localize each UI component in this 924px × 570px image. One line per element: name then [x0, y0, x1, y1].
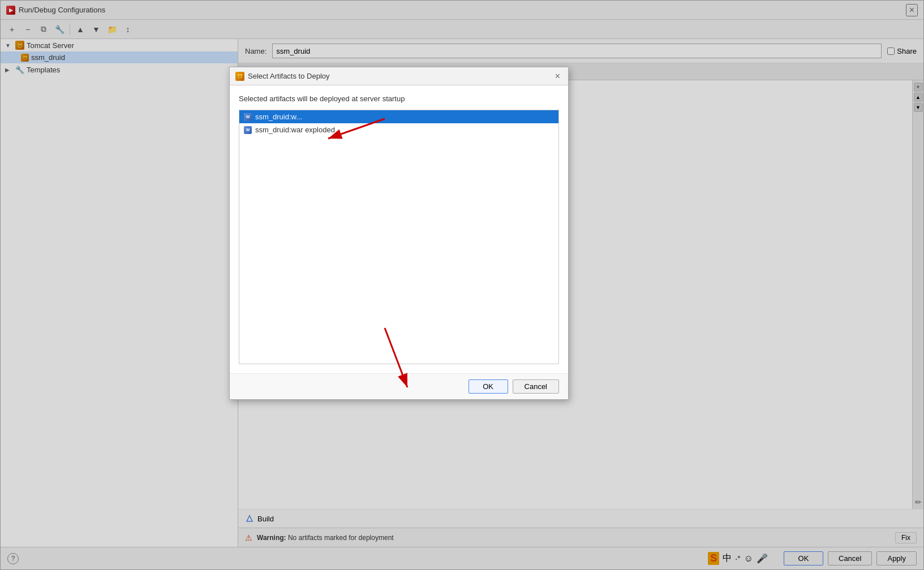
folder-button[interactable]: 📁	[105, 23, 119, 36]
warning-label: Warning:	[257, 534, 286, 542]
dialog-body: Selected artifacts will be deployed at s…	[230, 85, 568, 373]
artifact-item-war[interactable]: W ssm_druid:w...	[239, 110, 558, 123]
artifact-item-war-exploded-label: ssm_druid:war exploded	[255, 126, 335, 134]
toolbar-separator	[70, 24, 70, 35]
edit-button[interactable]: ✏	[914, 498, 923, 507]
tree-item-templates[interactable]: ▶ 🔧 Templates	[1, 63, 238, 76]
left-panel: ▼ 🐱 Tomcat Server 🐱 ssm_druid ▶ 🔧 Templa…	[1, 39, 238, 547]
tomcat-icon: 🐱	[15, 41, 24, 50]
tray-icon-smiley: ☺	[744, 554, 753, 564]
scroll-down-button[interactable]: ▼	[914, 103, 923, 112]
title-bar: ▶ Run/Debug Configurations ×	[1, 1, 923, 20]
ok-button[interactable]: OK	[784, 551, 823, 565]
help-button[interactable]: ?	[7, 553, 19, 564]
copy-config-button[interactable]: ⧉	[37, 23, 50, 36]
artifact-item-war-exploded[interactable]: W ssm_druid:war exploded	[239, 123, 558, 136]
artifact-war-icon: W	[244, 113, 252, 121]
title-bar-left: ▶ Run/Debug Configurations	[6, 6, 105, 15]
tray-icon-mic: 🎤	[757, 553, 768, 564]
tray-icon-s: S	[708, 552, 719, 565]
tree-item-ssm-druid[interactable]: 🐱 ssm_druid	[1, 51, 238, 63]
dialog-title-left: 🐱 Select Artifacts to Deploy	[235, 72, 330, 81]
name-input[interactable]	[272, 44, 882, 58]
up-arrow-icon: ▲	[76, 25, 84, 34]
dialog-icon: 🐱	[235, 72, 244, 81]
tree-group-tomcat[interactable]: ▼ 🐱 Tomcat Server	[1, 39, 238, 51]
scroll-down-icon: ▼	[916, 105, 921, 110]
dialog-cancel-button[interactable]: Cancel	[513, 379, 559, 394]
fix-button[interactable]: Fix	[895, 532, 917, 543]
remove-config-button[interactable]: −	[21, 23, 35, 36]
system-tray: S 中 ·° ☺ 🎤	[708, 552, 768, 565]
scroll-up-plus-button[interactable]: +	[914, 83, 923, 92]
templates-expand-icon: ▶	[5, 67, 13, 73]
add-icon: +	[10, 25, 14, 34]
name-row: Name: Share	[238, 39, 923, 63]
build-section: Build	[238, 509, 923, 528]
ssm-druid-label: ssm_druid	[31, 53, 65, 62]
ssm-druid-icon: 🐱	[21, 54, 29, 62]
warning-bar: ⚠ Warning: No artifacts marked for deplo…	[238, 528, 923, 547]
tray-icon-dot: ·°	[735, 554, 741, 563]
dialog-subtitle: Selected artifacts will be deployed at s…	[239, 94, 559, 103]
scroll-up-icon: ▲	[916, 94, 921, 100]
scroll-up-button[interactable]: ▲	[914, 93, 923, 102]
artifact-list: W ssm_druid:w... W ssm_druid:war explode…	[239, 110, 559, 364]
apply-button[interactable]: Apply	[876, 551, 917, 565]
expand-icon: ▼	[5, 42, 13, 49]
window-close-button[interactable]: ×	[906, 4, 918, 16]
edit-icon: ✏	[915, 498, 922, 507]
folder-icon: 📁	[108, 25, 117, 34]
dialog-close-button[interactable]: ×	[553, 71, 562, 81]
settings-button[interactable]: 🔧	[53, 23, 66, 36]
share-checkbox-container: Share	[887, 47, 917, 55]
templates-label: Templates	[27, 66, 60, 74]
right-scrollbar: + ▲ ▼ ✏	[912, 80, 923, 509]
name-label: Name:	[245, 47, 267, 55]
warning-description: No artifacts marked for deployment	[288, 534, 394, 542]
warning-icon: ⚠	[245, 533, 252, 542]
move-down-button[interactable]: ▼	[89, 23, 103, 36]
dialog-title: Select Artifacts to Deploy	[248, 72, 330, 80]
toolbar: + − ⧉ 🔧 ▲ ▼ 📁 ↕	[1, 20, 923, 39]
build-icon	[245, 514, 254, 523]
templates-icon: 🔧	[15, 65, 24, 74]
sort-icon: ↕	[126, 25, 130, 34]
add-config-button[interactable]: +	[5, 23, 19, 36]
dialog-ok-button[interactable]: OK	[469, 379, 508, 394]
down-arrow-icon: ▼	[92, 25, 100, 34]
tray-icon-chinese: 中	[723, 552, 732, 564]
dialog-footer: OK Cancel	[230, 373, 568, 399]
build-label: Build	[257, 515, 274, 523]
footer-action-buttons: ? S 中 ·° ☺ 🎤 OK Cancel Apply	[1, 547, 923, 569]
select-artifacts-dialog[interactable]: 🐱 Select Artifacts to Deploy × Selected …	[229, 67, 569, 400]
artifact-item-war-label: ssm_druid:w...	[255, 113, 302, 121]
wrench-icon: 🔧	[55, 25, 65, 34]
warning-text: Warning: No artifacts marked for deploym…	[257, 534, 394, 542]
artifact-war-exploded-icon: W	[244, 126, 252, 134]
share-checkbox[interactable]	[887, 48, 895, 55]
share-label: Share	[897, 47, 917, 55]
dialog-title-bar: 🐱 Select Artifacts to Deploy ×	[230, 67, 568, 85]
tomcat-server-label: Tomcat Server	[27, 41, 74, 50]
window-title: Run/Debug Configurations	[19, 6, 105, 14]
sort-button[interactable]: ↕	[121, 23, 135, 36]
app-icon: ▶	[6, 6, 15, 15]
cancel-button[interactable]: Cancel	[828, 551, 872, 565]
copy-icon: ⧉	[41, 24, 46, 34]
minus-icon: −	[25, 25, 30, 34]
move-up-button[interactable]: ▲	[74, 23, 87, 36]
